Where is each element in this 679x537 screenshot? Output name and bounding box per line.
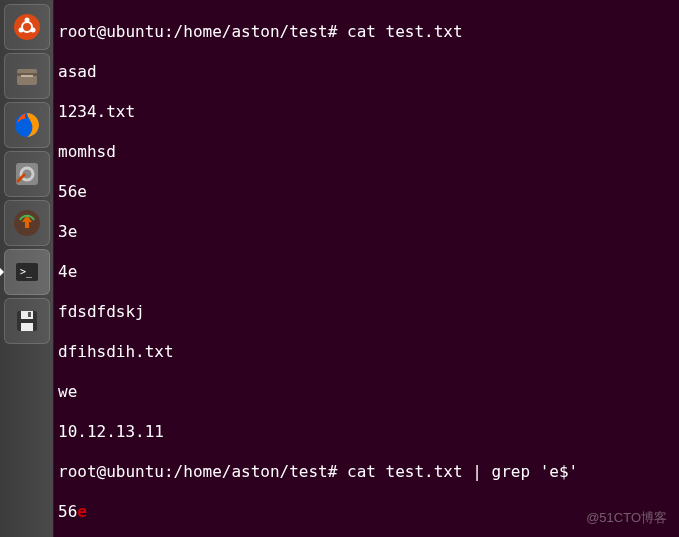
output-line: 3e [58, 222, 675, 242]
firefox-icon[interactable] [4, 102, 50, 148]
svg-text:>_: >_ [20, 266, 33, 278]
svg-rect-16 [21, 323, 33, 331]
output-line: 1234.txt [58, 102, 675, 122]
output-line: 4e [58, 262, 675, 282]
save-icon[interactable] [4, 298, 50, 344]
launcher: >_ [0, 0, 54, 537]
command-1: cat test.txt [347, 22, 463, 41]
output-line: we [58, 382, 675, 402]
grep-match: 56e [58, 502, 675, 522]
updater-icon[interactable] [4, 200, 50, 246]
prompt: root@ubuntu:/home/aston/test# [58, 462, 337, 481]
output-line: asad [58, 62, 675, 82]
svg-rect-7 [21, 75, 33, 77]
settings-icon[interactable] [4, 151, 50, 197]
output-line: 56e [58, 182, 675, 202]
output-line: 10.12.13.11 [58, 422, 675, 442]
files-icon[interactable] [4, 53, 50, 99]
terminal[interactable]: root@ubuntu:/home/aston/test# cat test.t… [54, 0, 679, 537]
output-line: fdsdfdskj [58, 302, 675, 322]
watermark: @51CTO博客 [586, 509, 667, 527]
command-2: cat test.txt | grep 'e$' [347, 462, 578, 481]
svg-rect-15 [21, 311, 33, 319]
terminal-icon[interactable]: >_ [4, 249, 50, 295]
dash-icon[interactable] [4, 4, 50, 50]
svg-rect-17 [28, 312, 31, 317]
output-line: momhsd [58, 142, 675, 162]
output-line: dfihsdih.txt [58, 342, 675, 362]
prompt: root@ubuntu:/home/aston/test# [58, 22, 337, 41]
